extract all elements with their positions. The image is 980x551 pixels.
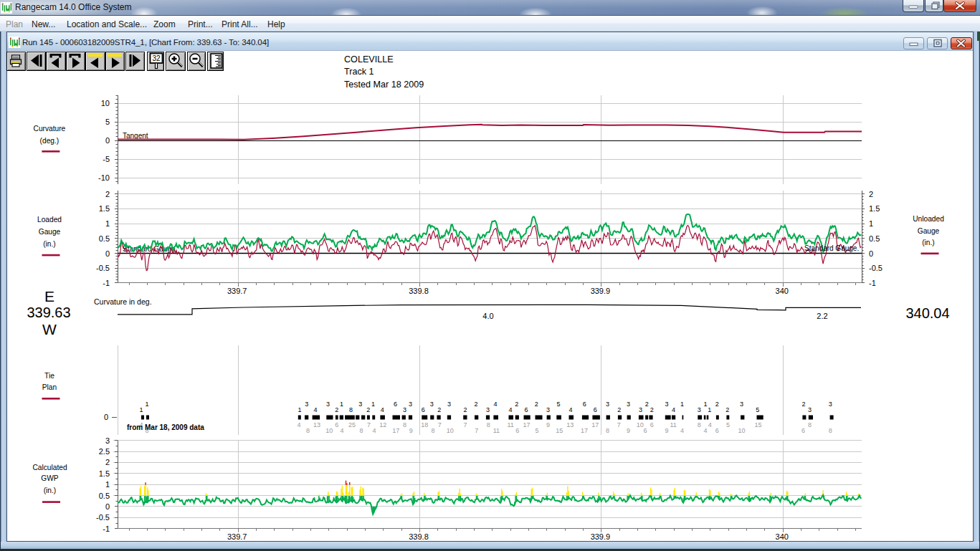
svg-text:0: 0 [105,249,110,258]
svg-text:1: 1 [145,401,148,408]
svg-text:11: 11 [507,421,513,428]
svg-text:4: 4 [680,427,684,434]
svg-text:W: W [42,321,57,337]
svg-text:2: 2 [515,401,518,408]
svg-text:11: 11 [493,427,500,434]
svg-text:2: 2 [335,406,338,413]
svg-text:7: 7 [438,421,442,428]
svg-text:1: 1 [105,219,110,228]
svg-text:8: 8 [698,421,701,428]
svg-text:6: 6 [515,427,519,434]
svg-text:13: 13 [313,421,320,428]
svg-text:8: 8 [432,427,435,434]
svg-text:4: 4 [672,406,675,413]
svg-text:-0.5: -0.5 [96,513,110,522]
svg-text:339.9: 339.9 [591,532,611,541]
svg-text:7: 7 [617,421,621,428]
svg-text:1: 1 [139,406,143,413]
svg-text:7: 7 [367,421,371,428]
svg-text:1: 1 [371,401,375,408]
svg-text:15: 15 [556,427,563,434]
svg-text:4: 4 [372,427,376,434]
svg-text:-0.5: -0.5 [96,264,110,272]
svg-text:3: 3 [546,406,550,413]
svg-text:0.5: 0.5 [99,234,110,243]
svg-text:2: 2 [437,406,441,413]
svg-text:2: 2 [474,401,477,408]
svg-text:12: 12 [379,421,386,428]
svg-text:2: 2 [105,458,110,466]
svg-text:5: 5 [556,401,560,408]
svg-text:Tie: Tie [44,372,54,380]
svg-text:Gauge: Gauge [918,227,940,235]
svg-text:3: 3 [698,406,701,413]
svg-text:6: 6 [650,421,654,428]
svg-text:8: 8 [359,427,363,434]
svg-text:(in.): (in.) [922,239,935,246]
svg-text:9: 9 [627,427,630,434]
svg-text:9: 9 [409,427,413,434]
svg-text:3: 3 [105,436,110,445]
svg-text:4: 4 [340,427,343,434]
svg-text:1: 1 [869,219,873,228]
svg-text:(in.): (in.) [43,240,56,248]
svg-text:15: 15 [755,421,762,428]
svg-text:2: 2 [535,401,538,408]
svg-text:-1: -1 [103,279,110,287]
svg-text:5: 5 [756,406,759,413]
svg-text:4: 4 [569,406,573,413]
svg-text:1: 1 [298,406,301,413]
svg-text:Track 1: Track 1 [344,67,374,77]
svg-text:8: 8 [306,427,310,434]
svg-text:3: 3 [829,401,832,408]
svg-text:Loaded: Loaded [37,216,62,224]
svg-text:4.0: 4.0 [482,312,493,320]
svg-text:4: 4 [708,421,712,428]
svg-text:340.04: 340.04 [905,305,949,321]
svg-text:339.7: 339.7 [227,532,247,541]
svg-text:5: 5 [535,427,538,434]
svg-text:339.8: 339.8 [409,287,429,295]
svg-text:0: 0 [104,413,108,421]
svg-text:6: 6 [583,401,586,408]
svg-text:340: 340 [776,287,789,295]
svg-text:4: 4 [313,406,317,413]
svg-text:5: 5 [726,421,730,428]
svg-text:3: 3 [409,401,412,408]
svg-text:-10: -10 [98,173,110,182]
svg-text:2.2: 2.2 [817,312,827,320]
svg-text:0: 0 [105,136,110,145]
svg-text:3: 3 [326,401,330,408]
svg-text:8: 8 [403,421,406,428]
svg-text:1: 1 [703,401,707,408]
svg-text:from Mar 18, 2009 data: from Mar 18, 2009 data [127,423,204,431]
svg-text:4: 4 [298,421,301,428]
svg-text:4: 4 [509,406,513,413]
svg-text:E: E [44,288,54,305]
svg-text:6: 6 [801,427,805,434]
svg-text:2: 2 [366,406,370,413]
svg-text:6: 6 [524,406,528,413]
svg-text:3: 3 [486,406,490,413]
svg-text:17: 17 [581,427,588,434]
svg-text:4: 4 [381,406,384,413]
svg-text:3: 3 [430,401,434,408]
svg-text:10: 10 [325,427,333,434]
svg-text:7: 7 [475,427,478,434]
svg-text:-5: -5 [103,155,110,163]
svg-text:Curvature in deg.: Curvature in deg. [94,297,152,306]
svg-text:11: 11 [670,421,676,428]
svg-text:3: 3 [808,406,812,413]
svg-text:(deg.): (deg.) [40,137,60,145]
svg-text:17: 17 [523,421,530,428]
svg-text:0: 0 [869,249,873,258]
svg-text:2: 2 [650,406,654,413]
svg-text:1.5: 1.5 [99,469,110,478]
svg-text:1: 1 [340,401,343,408]
svg-text:2: 2 [463,406,467,413]
svg-text:10: 10 [447,427,454,434]
svg-text:Unloaded: Unloaded [913,215,944,223]
svg-text:10: 10 [738,427,745,434]
svg-text:Tested Mar 18 2009: Tested Mar 18 2009 [344,80,424,90]
svg-text:3: 3 [627,401,630,408]
